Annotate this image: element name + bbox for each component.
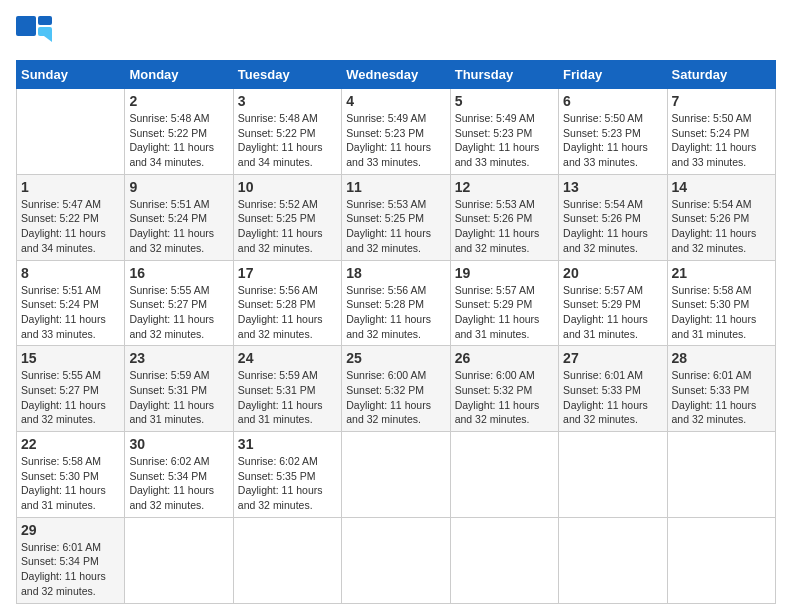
page-header bbox=[16, 16, 776, 52]
day-header-saturday: Saturday bbox=[667, 61, 775, 89]
day-info: Sunrise: 5:59 AM Sunset: 5:31 PM Dayligh… bbox=[129, 368, 228, 427]
day-number: 29 bbox=[21, 522, 120, 538]
calendar-cell: 9Sunrise: 5:51 AM Sunset: 5:24 PM Daylig… bbox=[125, 174, 233, 260]
calendar-cell: 1Sunrise: 5:47 AM Sunset: 5:22 PM Daylig… bbox=[17, 174, 125, 260]
svg-rect-0 bbox=[16, 16, 36, 36]
calendar-cell: 17Sunrise: 5:56 AM Sunset: 5:28 PM Dayli… bbox=[233, 260, 341, 346]
day-number: 1 bbox=[21, 179, 120, 195]
day-number: 16 bbox=[129, 265, 228, 281]
day-header-tuesday: Tuesday bbox=[233, 61, 341, 89]
day-number: 30 bbox=[129, 436, 228, 452]
day-info: Sunrise: 5:57 AM Sunset: 5:29 PM Dayligh… bbox=[455, 283, 554, 342]
calendar-cell: 24Sunrise: 5:59 AM Sunset: 5:31 PM Dayli… bbox=[233, 346, 341, 432]
day-number: 3 bbox=[238, 93, 337, 109]
calendar-cell: 22Sunrise: 5:58 AM Sunset: 5:30 PM Dayli… bbox=[17, 432, 125, 518]
day-info: Sunrise: 6:01 AM Sunset: 5:33 PM Dayligh… bbox=[563, 368, 662, 427]
calendar-cell: 19Sunrise: 5:57 AM Sunset: 5:29 PM Dayli… bbox=[450, 260, 558, 346]
calendar-cell: 15Sunrise: 5:55 AM Sunset: 5:27 PM Dayli… bbox=[17, 346, 125, 432]
calendar-cell bbox=[450, 517, 558, 603]
day-number: 10 bbox=[238, 179, 337, 195]
day-number: 19 bbox=[455, 265, 554, 281]
calendar-cell: 2Sunrise: 5:48 AM Sunset: 5:22 PM Daylig… bbox=[125, 89, 233, 175]
calendar-cell bbox=[342, 517, 450, 603]
day-header-monday: Monday bbox=[125, 61, 233, 89]
calendar-cell bbox=[559, 432, 667, 518]
calendar-cell: 23Sunrise: 5:59 AM Sunset: 5:31 PM Dayli… bbox=[125, 346, 233, 432]
calendar-cell bbox=[667, 432, 775, 518]
logo bbox=[16, 16, 56, 52]
day-number: 18 bbox=[346, 265, 445, 281]
day-info: Sunrise: 5:54 AM Sunset: 5:26 PM Dayligh… bbox=[563, 197, 662, 256]
calendar-row: 1Sunrise: 5:47 AM Sunset: 5:22 PM Daylig… bbox=[17, 174, 776, 260]
day-info: Sunrise: 5:56 AM Sunset: 5:28 PM Dayligh… bbox=[346, 283, 445, 342]
day-header-friday: Friday bbox=[559, 61, 667, 89]
calendar-cell: 4Sunrise: 5:49 AM Sunset: 5:23 PM Daylig… bbox=[342, 89, 450, 175]
calendar-cell: 3Sunrise: 5:48 AM Sunset: 5:22 PM Daylig… bbox=[233, 89, 341, 175]
calendar-cell: 26Sunrise: 6:00 AM Sunset: 5:32 PM Dayli… bbox=[450, 346, 558, 432]
day-info: Sunrise: 5:54 AM Sunset: 5:26 PM Dayligh… bbox=[672, 197, 771, 256]
day-number: 31 bbox=[238, 436, 337, 452]
calendar-cell: 16Sunrise: 5:55 AM Sunset: 5:27 PM Dayli… bbox=[125, 260, 233, 346]
day-number: 5 bbox=[455, 93, 554, 109]
calendar-cell bbox=[125, 517, 233, 603]
day-info: Sunrise: 5:50 AM Sunset: 5:24 PM Dayligh… bbox=[672, 111, 771, 170]
day-info: Sunrise: 5:57 AM Sunset: 5:29 PM Dayligh… bbox=[563, 283, 662, 342]
day-number: 21 bbox=[672, 265, 771, 281]
calendar-cell bbox=[342, 432, 450, 518]
logo-icon bbox=[16, 16, 52, 52]
calendar-header: SundayMondayTuesdayWednesdayThursdayFrid… bbox=[17, 61, 776, 89]
calendar-cell: 6Sunrise: 5:50 AM Sunset: 5:23 PM Daylig… bbox=[559, 89, 667, 175]
day-number: 17 bbox=[238, 265, 337, 281]
day-number: 25 bbox=[346, 350, 445, 366]
day-info: Sunrise: 5:51 AM Sunset: 5:24 PM Dayligh… bbox=[129, 197, 228, 256]
calendar-cell: 13Sunrise: 5:54 AM Sunset: 5:26 PM Dayli… bbox=[559, 174, 667, 260]
day-info: Sunrise: 5:53 AM Sunset: 5:26 PM Dayligh… bbox=[455, 197, 554, 256]
calendar-cell: 11Sunrise: 5:53 AM Sunset: 5:25 PM Dayli… bbox=[342, 174, 450, 260]
day-info: Sunrise: 5:49 AM Sunset: 5:23 PM Dayligh… bbox=[455, 111, 554, 170]
day-info: Sunrise: 6:00 AM Sunset: 5:32 PM Dayligh… bbox=[455, 368, 554, 427]
calendar-cell: 27Sunrise: 6:01 AM Sunset: 5:33 PM Dayli… bbox=[559, 346, 667, 432]
day-info: Sunrise: 5:58 AM Sunset: 5:30 PM Dayligh… bbox=[672, 283, 771, 342]
day-number: 13 bbox=[563, 179, 662, 195]
day-header-wednesday: Wednesday bbox=[342, 61, 450, 89]
day-number: 27 bbox=[563, 350, 662, 366]
calendar-cell: 12Sunrise: 5:53 AM Sunset: 5:26 PM Dayli… bbox=[450, 174, 558, 260]
day-info: Sunrise: 5:47 AM Sunset: 5:22 PM Dayligh… bbox=[21, 197, 120, 256]
day-info: Sunrise: 5:49 AM Sunset: 5:23 PM Dayligh… bbox=[346, 111, 445, 170]
day-info: Sunrise: 5:52 AM Sunset: 5:25 PM Dayligh… bbox=[238, 197, 337, 256]
calendar-row: 8Sunrise: 5:51 AM Sunset: 5:24 PM Daylig… bbox=[17, 260, 776, 346]
day-number: 22 bbox=[21, 436, 120, 452]
calendar-cell: 31Sunrise: 6:02 AM Sunset: 5:35 PM Dayli… bbox=[233, 432, 341, 518]
day-info: Sunrise: 5:48 AM Sunset: 5:22 PM Dayligh… bbox=[129, 111, 228, 170]
day-number: 7 bbox=[672, 93, 771, 109]
calendar-cell: 25Sunrise: 6:00 AM Sunset: 5:32 PM Dayli… bbox=[342, 346, 450, 432]
calendar-cell bbox=[450, 432, 558, 518]
day-number: 15 bbox=[21, 350, 120, 366]
calendar-cell: 20Sunrise: 5:57 AM Sunset: 5:29 PM Dayli… bbox=[559, 260, 667, 346]
calendar-cell: 14Sunrise: 5:54 AM Sunset: 5:26 PM Dayli… bbox=[667, 174, 775, 260]
calendar-cell: 10Sunrise: 5:52 AM Sunset: 5:25 PM Dayli… bbox=[233, 174, 341, 260]
calendar-cell: 5Sunrise: 5:49 AM Sunset: 5:23 PM Daylig… bbox=[450, 89, 558, 175]
calendar-row: 15Sunrise: 5:55 AM Sunset: 5:27 PM Dayli… bbox=[17, 346, 776, 432]
day-info: Sunrise: 5:50 AM Sunset: 5:23 PM Dayligh… bbox=[563, 111, 662, 170]
day-number: 14 bbox=[672, 179, 771, 195]
calendar-cell bbox=[667, 517, 775, 603]
day-info: Sunrise: 5:48 AM Sunset: 5:22 PM Dayligh… bbox=[238, 111, 337, 170]
day-number: 12 bbox=[455, 179, 554, 195]
day-number: 28 bbox=[672, 350, 771, 366]
day-number: 2 bbox=[129, 93, 228, 109]
day-info: Sunrise: 6:01 AM Sunset: 5:34 PM Dayligh… bbox=[21, 540, 120, 599]
day-header-thursday: Thursday bbox=[450, 61, 558, 89]
calendar-row: 29Sunrise: 6:01 AM Sunset: 5:34 PM Dayli… bbox=[17, 517, 776, 603]
calendar-row: 2Sunrise: 5:48 AM Sunset: 5:22 PM Daylig… bbox=[17, 89, 776, 175]
header-row: SundayMondayTuesdayWednesdayThursdayFrid… bbox=[17, 61, 776, 89]
calendar-cell: 8Sunrise: 5:51 AM Sunset: 5:24 PM Daylig… bbox=[17, 260, 125, 346]
day-info: Sunrise: 5:58 AM Sunset: 5:30 PM Dayligh… bbox=[21, 454, 120, 513]
day-info: Sunrise: 5:56 AM Sunset: 5:28 PM Dayligh… bbox=[238, 283, 337, 342]
calendar-row: 22Sunrise: 5:58 AM Sunset: 5:30 PM Dayli… bbox=[17, 432, 776, 518]
day-number: 6 bbox=[563, 93, 662, 109]
day-number: 11 bbox=[346, 179, 445, 195]
day-number: 24 bbox=[238, 350, 337, 366]
day-number: 20 bbox=[563, 265, 662, 281]
calendar-cell bbox=[233, 517, 341, 603]
